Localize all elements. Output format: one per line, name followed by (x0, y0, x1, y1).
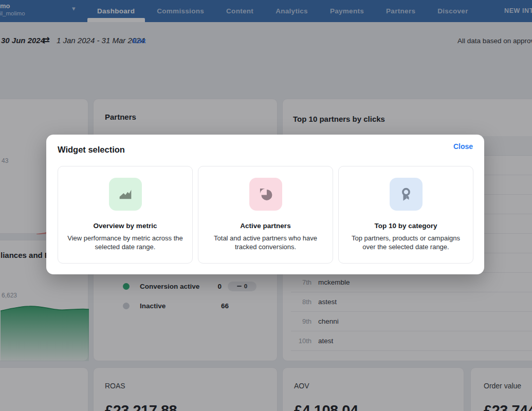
widget-option-description: View performance by metric across the se… (66, 234, 184, 251)
dashboard-page: mo il_molimo ▾ Dashboard Commissions Con… (0, 0, 532, 411)
widget-option-description: Top partners, products or campaigns over… (347, 234, 465, 251)
widget-option-title: Top 10 by category (339, 222, 473, 230)
widget-option-title: Active partners (198, 222, 333, 230)
widget-option-overview-by-metric[interactable]: Overview by metric View performance by m… (58, 166, 193, 264)
modal-title: Widget selection (58, 145, 125, 155)
widget-option-top10-by-category[interactable]: Top 10 by category Top partners, product… (338, 166, 473, 264)
area-chart-icon (109, 178, 142, 211)
widget-option-active-partners[interactable]: Active partners Total and active partner… (198, 166, 333, 264)
close-button[interactable]: Close (453, 142, 473, 151)
widget-option-description: Total and active partners who have track… (207, 234, 324, 251)
award-ribbon-icon (390, 178, 423, 211)
widget-options: Overview by metric View performance by m… (58, 166, 473, 264)
widget-selection-modal: Widget selection Close Overview by metri… (46, 135, 484, 274)
pie-chart-icon (249, 178, 282, 211)
widget-option-title: Overview by metric (58, 222, 192, 230)
